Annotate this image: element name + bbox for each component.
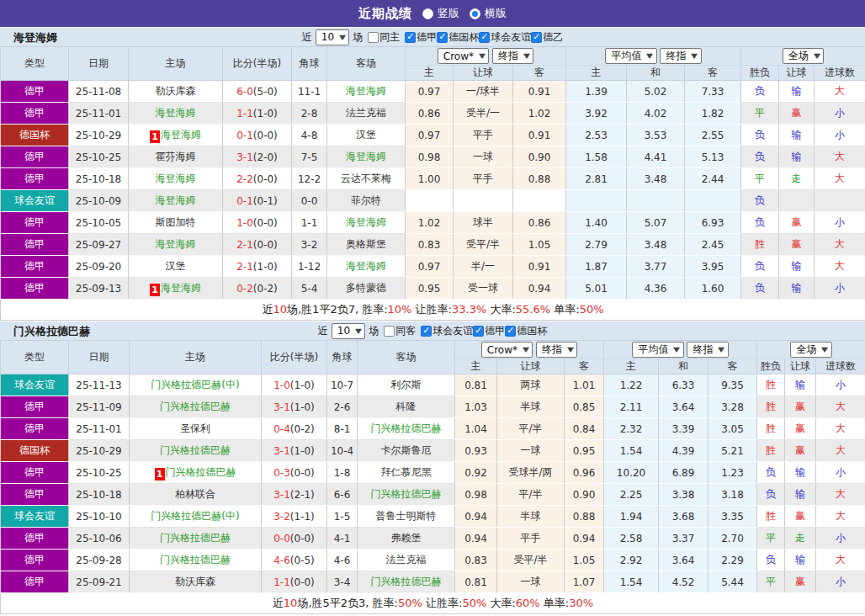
checkbox-icon[interactable] xyxy=(479,32,490,43)
result-text: 输 xyxy=(792,260,802,272)
home-team-cell: 勒沃库森 xyxy=(129,81,223,103)
col-avg-away: 客 xyxy=(708,359,757,374)
result-text: 负 xyxy=(755,85,765,97)
scope-select[interactable]: 全场▼ xyxy=(783,48,824,64)
league-filter[interactable]: 德国杯 xyxy=(505,324,547,338)
away-team-cell: 多特蒙德 xyxy=(327,278,406,300)
final-index-select[interactable]: 终指▼ xyxy=(492,48,533,64)
average-odds-cell: 1.54 xyxy=(604,440,659,462)
league-filter-label: 德乙 xyxy=(543,30,563,45)
result-text: 输 xyxy=(792,151,802,162)
result-cell: 负 xyxy=(757,462,785,484)
odds-company-select[interactable]: Crow*▼ xyxy=(438,48,489,64)
score-cell: 2-1(0-0) xyxy=(223,234,292,256)
radio-icon[interactable] xyxy=(470,8,480,19)
handicap-odds-cell: 平手 xyxy=(497,528,565,550)
handicap-result-cell: 赢 xyxy=(785,418,816,440)
scope-select[interactable]: 全场▼ xyxy=(790,342,831,358)
col-away: 客场 xyxy=(358,341,455,374)
handicap-result-cell: 输 xyxy=(779,146,815,168)
match-row: 球会友谊25-10-10门兴格拉德巴赫(中)3-2(1-1)1-5普鲁士明斯特0… xyxy=(1,506,865,528)
handicap-odds-cell: 1.07 xyxy=(565,571,604,593)
league-badge: 德甲 xyxy=(1,528,69,550)
goals-result-cell: 小 xyxy=(815,278,865,300)
home-team-cell: 1海登海姆 xyxy=(129,125,223,146)
average-odds-cell: 3.53 xyxy=(627,125,685,146)
near-label: 近 xyxy=(318,324,328,338)
corner-cell: 4-6 xyxy=(327,550,358,571)
handicap-odds-cell: 0.90 xyxy=(565,484,604,506)
result-text: 负 xyxy=(766,554,776,566)
handicap-odds-cell: 0.83 xyxy=(455,550,497,571)
league-badge: 德甲 xyxy=(1,168,69,190)
result-text: 小 xyxy=(836,379,846,390)
fulltime-score: 0-4 xyxy=(273,423,290,435)
average-select[interactable]: 平均值▼ xyxy=(605,48,656,64)
date-cell: 25-09-28 xyxy=(69,550,130,571)
corner-cell: 1-8 xyxy=(327,462,358,484)
halftime-score: (0-2) xyxy=(290,423,315,435)
league-badge: 球会友谊 xyxy=(1,190,69,212)
result-text: 负 xyxy=(766,488,776,500)
average-value: 平均值 xyxy=(638,343,668,357)
league-filter[interactable]: 球会友谊 xyxy=(421,324,473,338)
league-filter[interactable]: 德甲 xyxy=(405,30,437,45)
checkbox-icon[interactable] xyxy=(368,32,379,43)
col-avg-away: 客 xyxy=(685,66,741,81)
radio-icon[interactable] xyxy=(422,8,433,19)
corner-cell: 4-8 xyxy=(292,125,327,146)
score-cell: 0-1(0-0) xyxy=(223,125,292,146)
checkbox-icon[interactable] xyxy=(437,32,448,43)
checkbox-icon[interactable] xyxy=(505,326,516,337)
same-venue-filter[interactable]: 同主 xyxy=(368,30,400,45)
checkbox-icon[interactable] xyxy=(473,326,484,337)
same-venue-filter[interactable]: 同客 xyxy=(384,324,416,338)
match-row: 球会友谊25-10-09海登海姆0-1(0-1)0-0菲尔特负 xyxy=(1,190,865,212)
fulltime-score: 0-1 xyxy=(236,195,253,207)
summary-part: 让胜率: xyxy=(422,597,463,609)
home-team-cell: 斯图加特 xyxy=(129,212,223,234)
checkbox-icon[interactable] xyxy=(384,326,395,337)
result-text: 负 xyxy=(755,151,765,162)
team-name: 普鲁士明斯特 xyxy=(376,510,437,522)
odds-company-select[interactable]: Crow*▼ xyxy=(481,342,533,358)
match-count-select[interactable]: 10 ▼ xyxy=(332,323,365,339)
layout-horizontal-radio[interactable]: 横版 xyxy=(470,6,507,21)
home-team-cell: 圣保利 xyxy=(130,418,262,440)
league-filter[interactable]: 德国杯 xyxy=(437,30,479,45)
checkbox-icon[interactable] xyxy=(531,32,542,43)
fulltime-score: 3-2 xyxy=(273,511,290,523)
final-index-select[interactable]: 终指▼ xyxy=(660,48,701,64)
home-team-cell: 1门兴格拉德巴赫 xyxy=(130,462,262,484)
col-goals: 进球数 xyxy=(816,359,865,374)
result-cell: 胜 xyxy=(757,418,785,440)
home-team-cell: 门兴格拉德巴赫 xyxy=(130,550,262,571)
result-cell: 负 xyxy=(741,278,779,300)
final-index-value: 终指 xyxy=(498,49,518,63)
result-text: 赢 xyxy=(795,401,805,412)
average-odds-cell: 3.64 xyxy=(659,550,708,571)
final-index-select[interactable]: 终指▼ xyxy=(536,342,577,358)
team-name: 门兴格拉德巴赫(中) xyxy=(151,379,239,390)
average-odds-cell: 7.33 xyxy=(685,81,741,103)
col-away-odds: 客 xyxy=(565,359,604,374)
league-badge: 德甲 xyxy=(1,103,69,125)
layout-vertical-radio[interactable]: 竖版 xyxy=(422,6,459,21)
league-filter[interactable]: 德乙 xyxy=(531,30,563,45)
result-text: 胜 xyxy=(755,238,765,250)
checkbox-icon[interactable] xyxy=(405,32,416,43)
average-select[interactable]: 平均值▼ xyxy=(632,342,683,358)
league-badge: 德甲 xyxy=(1,550,69,571)
final-index-select[interactable]: 终指▼ xyxy=(687,342,728,358)
match-count-select[interactable]: 10 ▼ xyxy=(316,29,349,45)
league-filter[interactable]: 德甲 xyxy=(473,324,505,338)
handicap-odds-cell: 0.95 xyxy=(565,440,604,462)
summary-part: 单率: xyxy=(550,303,580,316)
near-label: 近 xyxy=(302,30,312,45)
average-odds-cell: 3.18 xyxy=(708,484,757,506)
league-filter[interactable]: 球会友谊 xyxy=(479,30,531,45)
home-team-cell: 海登海姆 xyxy=(129,234,223,256)
league-badge: 德甲 xyxy=(1,278,69,300)
checkbox-icon[interactable] xyxy=(421,326,432,337)
handicap-odds-cell: 0.91 xyxy=(513,125,566,146)
